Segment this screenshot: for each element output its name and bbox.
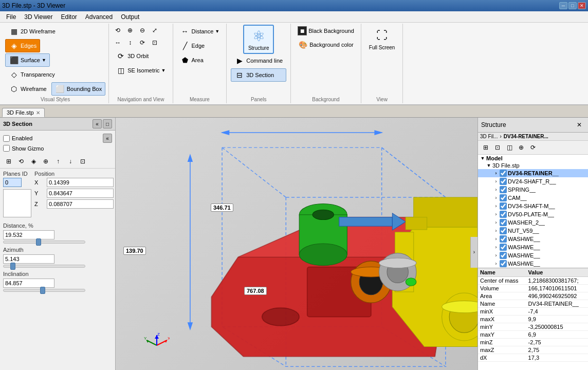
close-section-btn[interactable]: □ xyxy=(103,119,112,128)
btn-black-bg[interactable]: ■ Black Background xyxy=(294,25,358,37)
btn-edge[interactable]: ╱ Edge xyxy=(176,39,209,52)
planes-id-input[interactable] xyxy=(3,178,22,187)
x-input[interactable] xyxy=(47,178,114,187)
distance-input[interactable] xyxy=(3,230,54,239)
plane-icon6[interactable]: ↓ xyxy=(65,156,76,167)
tree-check-8[interactable] xyxy=(500,235,507,243)
str-btn2[interactable]: ⊡ xyxy=(492,142,503,153)
tree-view[interactable]: ▼ Model ▼ 3D File.stp › DV34-RETAINER__ … xyxy=(478,155,588,268)
btn-se-iso[interactable]: ◫ SE Isometric ▼ xyxy=(112,64,169,77)
nav-btn8[interactable]: ⊡ xyxy=(149,37,160,48)
tree-check-10[interactable] xyxy=(500,252,507,259)
btn-3d-section[interactable]: ⊟ 3D Section xyxy=(231,68,286,82)
properties-table: Name Value Center of mass1,2186830038176… xyxy=(478,268,588,362)
menu-editor[interactable]: Editor xyxy=(57,12,81,22)
tree-item-6[interactable]: › WASHER_2__ xyxy=(478,218,588,227)
z-input[interactable] xyxy=(47,199,114,209)
azimuth-slider-thumb[interactable] xyxy=(10,263,15,270)
tree-expand-file[interactable]: ▼ xyxy=(485,163,492,168)
plane-icon7[interactable]: ⊡ xyxy=(77,156,88,167)
tree-item-9[interactable]: › WASHWE__ xyxy=(478,243,588,251)
planes-id-label: Planes ID xyxy=(3,171,31,177)
tree-item-3[interactable]: › CAM__ xyxy=(478,194,588,202)
str-btn5[interactable]: ⟳ xyxy=(527,142,539,153)
btn-full-screen[interactable]: ⛶ Full Screen xyxy=(364,25,400,53)
btn-structure[interactable]: ⚛ Structure xyxy=(243,25,274,54)
tree-file-root[interactable]: ▼ 3D File.stp xyxy=(478,162,588,169)
enabled-checkbox[interactable] xyxy=(3,135,10,142)
menu-3d-viewer[interactable]: 3D Viewer xyxy=(20,12,57,22)
plane-icon4[interactable]: ⊕ xyxy=(40,156,51,167)
distance-slider-thumb[interactable] xyxy=(36,238,41,246)
tree-item-8[interactable]: › WASHWE__ xyxy=(478,235,588,243)
minimize-button[interactable]: ─ xyxy=(559,2,567,9)
str-btn3[interactable]: ◫ xyxy=(504,142,515,153)
nav-btn6[interactable]: ↕ xyxy=(124,37,136,48)
collapse-left-btn[interactable]: « xyxy=(93,119,102,128)
viewport-scroll-arrow[interactable]: › xyxy=(470,237,477,268)
plane-icon3[interactable]: ◈ xyxy=(28,156,39,167)
nav-btn5[interactable]: ↔ xyxy=(112,37,123,48)
gizmo-collapse-btn[interactable]: « xyxy=(103,134,112,143)
nav-btn1[interactable]: ⟲ xyxy=(112,25,123,36)
btn-command-line[interactable]: ▶ Command line xyxy=(231,54,286,67)
tree-model-root[interactable]: ▼ Model xyxy=(478,155,588,162)
btn-wireframe[interactable]: ⬡ Wireframe xyxy=(5,82,50,96)
str-btn1[interactable]: ⊞ xyxy=(480,142,491,153)
tree-label-4: DV34-SHAFT-M__ xyxy=(508,203,555,209)
inclination-slider-thumb[interactable] xyxy=(40,287,45,294)
btn-3d-orbit[interactable]: ⟳ 3D Orbit xyxy=(112,49,152,63)
tree-check-11[interactable] xyxy=(500,260,507,267)
btn-transparency[interactable]: ◇ Transparency xyxy=(5,68,59,81)
nav-btn7[interactable]: ⟳ xyxy=(137,37,148,48)
nav-btn2[interactable]: ⊕ xyxy=(124,25,136,36)
tab-close-icon[interactable]: ✕ xyxy=(36,110,40,116)
btn-edges[interactable]: ◈ Edges xyxy=(5,39,40,52)
btn-area[interactable]: ⬟ Area xyxy=(176,53,207,67)
viewport-bg: 139.70 346.71 767.08 X Y Z xyxy=(116,118,477,370)
show-gizmo-checkbox[interactable] xyxy=(3,145,10,152)
tree-check-2[interactable] xyxy=(500,186,507,193)
enabled-label: Enabled xyxy=(12,135,32,141)
nav-btn3[interactable]: ⊖ xyxy=(137,25,148,36)
plane-icon2[interactable]: ⟲ xyxy=(15,156,27,167)
tree-check-7[interactable] xyxy=(500,227,507,234)
btn-bg-color[interactable]: 🎨 Background color xyxy=(294,38,357,51)
maximize-button[interactable]: □ xyxy=(568,2,577,9)
tree-check-0[interactable] xyxy=(500,170,507,177)
tree-check-3[interactable] xyxy=(500,194,507,201)
tree-check-5[interactable] xyxy=(500,211,507,218)
tree-check-9[interactable] xyxy=(500,244,507,251)
btn-distance[interactable]: ↔ Distance ▼ xyxy=(176,25,224,38)
tree-item-0[interactable]: › DV34-RETAINER__ xyxy=(478,169,588,177)
breadcrumb-item1: 3D Fil... xyxy=(480,134,498,139)
tab-3d-file[interactable]: 3D File.stp ✕ xyxy=(2,108,45,117)
tree-check-1[interactable] xyxy=(500,178,507,185)
tree-item-7[interactable]: › NUT_V59__ xyxy=(478,227,588,235)
btn-2d-wireframe[interactable]: ▦ 2D Wireframe xyxy=(5,25,59,38)
tree-item-5[interactable]: › DV50-PLATE-M__ xyxy=(478,210,588,218)
tree-expand-model[interactable]: ▼ xyxy=(479,156,486,161)
btn-bounding-box[interactable]: ⬜ Bounding Box xyxy=(51,82,106,96)
tree-item-4[interactable]: › DV34-SHAFT-M__ xyxy=(478,202,588,210)
menu-output[interactable]: Output xyxy=(117,12,143,22)
tree-item-11[interactable]: › WASHWE__ xyxy=(478,260,588,268)
menu-file[interactable]: File xyxy=(2,12,20,22)
nav-btn4[interactable]: ⤢ xyxy=(149,25,160,36)
prop-value: 496,990246925092 xyxy=(526,292,588,300)
tree-item-10[interactable]: › WASHWE__ xyxy=(478,251,588,260)
tree-check-4[interactable] xyxy=(500,202,507,210)
tree-item-2[interactable]: › SPRING__ xyxy=(478,186,588,194)
inclination-input[interactable] xyxy=(3,279,54,288)
tree-check-6[interactable] xyxy=(500,219,507,226)
structure-close-btn[interactable]: ✕ xyxy=(574,119,585,131)
viewport[interactable]: 139.70 346.71 767.08 X Y Z xyxy=(116,118,477,370)
str-btn4[interactable]: ⊕ xyxy=(516,142,527,153)
close-button[interactable]: ✕ xyxy=(578,2,586,9)
btn-surface[interactable]: ⬛ Surface ▼ xyxy=(5,53,50,67)
y-input[interactable] xyxy=(47,189,114,198)
plane-icon5[interactable]: ↑ xyxy=(52,156,64,167)
menu-advanced[interactable]: Advanced xyxy=(81,12,117,22)
plane-icon1[interactable]: ⊞ xyxy=(3,156,14,167)
tree-item-1[interactable]: › DV24-SHAFT_R__ xyxy=(478,177,588,186)
